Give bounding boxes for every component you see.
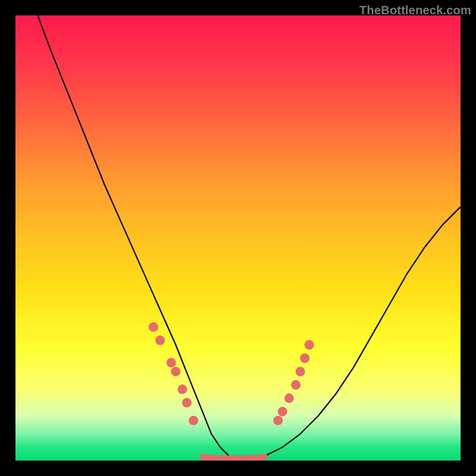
highlight-dot xyxy=(305,340,314,350)
highlight-baseline xyxy=(202,457,265,458)
highlight-dot xyxy=(171,367,180,376)
highlight-dot xyxy=(149,322,158,332)
highlight-dot xyxy=(273,416,283,425)
highlight-dot xyxy=(296,367,305,376)
highlight-dot xyxy=(182,398,192,408)
highlight-dot xyxy=(167,358,176,367)
highlight-dot xyxy=(155,336,165,345)
highlight-dot xyxy=(284,393,294,403)
bottleneck-curve xyxy=(37,15,461,461)
watermark-text: TheBottleneck.com xyxy=(359,4,471,17)
highlight-dot xyxy=(178,384,187,394)
highlight-dots-right xyxy=(273,340,314,425)
plot-area xyxy=(15,15,461,461)
highlight-dots-left xyxy=(149,322,198,425)
highlight-dot xyxy=(300,353,309,363)
chart-frame: TheBottleneck.com xyxy=(0,0,476,476)
highlight-dot xyxy=(291,380,300,390)
highlight-dot xyxy=(278,407,287,416)
highlight-dot xyxy=(189,416,198,425)
chart-svg xyxy=(15,15,461,461)
